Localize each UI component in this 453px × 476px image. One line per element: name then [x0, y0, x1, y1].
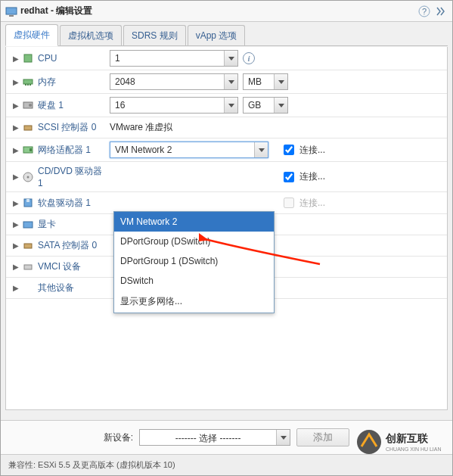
sata-label: SATA 控制器 0 — [38, 239, 110, 252]
svg-rect-5 — [23, 79, 33, 84]
expander[interactable]: ▶ — [11, 284, 21, 292]
memory-label: 内存 — [38, 76, 110, 89]
row-network: ▶ 网络适配器 1 VM Network 2 连接... — [6, 138, 447, 162]
chevron-down-icon[interactable] — [274, 74, 287, 89]
expander[interactable]: ▶ — [11, 173, 21, 181]
sata-icon — [21, 240, 35, 252]
expander[interactable]: ▶ — [11, 101, 21, 110]
dropdown-item[interactable]: VM Network 2 — [114, 212, 274, 232]
expander[interactable]: ▶ — [11, 241, 21, 250]
network-connect-checkbox[interactable]: 连接... — [281, 142, 325, 157]
svg-rect-7 — [27, 84, 29, 86]
expand-button[interactable] — [434, 5, 448, 18]
svg-text:?: ? — [422, 7, 427, 16]
svg-point-10 — [29, 104, 32, 107]
scsi-icon — [21, 122, 35, 134]
row-cddvd: ▶ CD/DVD 驱动器 1 连接... — [6, 162, 447, 192]
chevron-down-icon[interactable] — [224, 51, 237, 66]
video-label: 显卡 — [38, 218, 110, 231]
network-label: 网络适配器 1 — [38, 144, 110, 157]
svg-rect-19 — [24, 244, 32, 248]
chevron-down-icon[interactable] — [224, 74, 237, 89]
chevron-down-icon[interactable] — [274, 98, 287, 113]
add-button[interactable]: 添加 — [296, 428, 349, 446]
new-device-label: 新设备: — [104, 431, 133, 444]
svg-rect-18 — [23, 222, 33, 228]
tab-sdrs-rules[interactable]: SDRS 规则 — [123, 25, 186, 46]
tab-bar: 虚拟硬件 虚拟机选项 SDRS 规则 vApp 选项 — [1, 22, 452, 46]
new-device-select[interactable]: ------- 选择 ------- — [139, 429, 290, 446]
row-disk: ▶ 硬盘 1 16 GB — [6, 94, 447, 117]
memory-input[interactable]: 2048 — [110, 73, 238, 90]
disk-size-input[interactable]: 16 — [110, 97, 238, 114]
floppy-icon — [21, 197, 35, 209]
svg-rect-20 — [24, 265, 32, 269]
expander[interactable]: ▶ — [11, 220, 21, 229]
scsi-label: SCSI 控制器 0 — [38, 121, 110, 134]
edit-settings-dialog: redhat - 编辑设置 ? 虚拟硬件 虚拟机选项 SDRS 规则 vApp … — [0, 0, 453, 476]
row-scsi: ▶ SCSI 控制器 0 VMware 准虚拟 — [6, 117, 447, 138]
svg-rect-1 — [9, 15, 14, 17]
info-icon[interactable]: i — [243, 52, 255, 64]
other-label: 其他设备 — [38, 282, 110, 294]
cpu-label: CPU — [38, 53, 110, 64]
expander[interactable]: ▶ — [11, 78, 21, 86]
disk-icon — [21, 99, 35, 111]
vmci-icon — [21, 261, 35, 273]
svg-rect-11 — [24, 126, 32, 130]
network-dropdown[interactable]: VM Network 2 DPortGroup (DSwitch) DPortG… — [113, 211, 275, 313]
tab-vapp-options[interactable]: vApp 选项 — [188, 25, 246, 46]
svg-point-15 — [27, 176, 29, 178]
vmci-label: VMCI 设备 — [38, 260, 110, 273]
svg-rect-4 — [24, 54, 32, 62]
nic-icon — [21, 144, 35, 156]
memory-unit-select[interactable]: MB — [243, 73, 288, 90]
hardware-panel: ▶ CPU 1 i ▶ 内存 2048 — [5, 47, 448, 410]
help-button[interactable]: ? — [417, 5, 431, 18]
new-device-row: 新设备: ------- 选择 ------- 添加 — [1, 420, 452, 454]
expander[interactable]: ▶ — [11, 199, 21, 207]
cddvd-label: CD/DVD 驱动器 1 — [38, 165, 110, 188]
cpu-select[interactable]: 1 — [110, 50, 238, 67]
video-icon — [21, 219, 35, 231]
row-cpu: ▶ CPU 1 i — [6, 47, 447, 70]
expander[interactable]: ▶ — [11, 263, 21, 271]
svg-rect-13 — [29, 148, 32, 151]
expander[interactable]: ▶ — [11, 123, 21, 132]
dropdown-item[interactable]: 显示更多网络... — [114, 291, 274, 313]
cd-icon — [21, 171, 35, 183]
titlebar: redhat - 编辑设置 ? — [1, 1, 452, 22]
svg-rect-6 — [25, 84, 26, 86]
svg-rect-17 — [26, 199, 29, 202]
cd-connect-checkbox[interactable]: 连接... — [281, 170, 325, 185]
cpu-icon — [21, 52, 35, 64]
footer: 新设备: ------- 选择 ------- 添加 兼容性: ESXi 5.5… — [1, 420, 452, 475]
dropdown-item[interactable]: DPortGroup (DSwitch) — [114, 232, 274, 251]
chevron-down-icon[interactable] — [254, 142, 268, 157]
dropdown-item[interactable]: DPortGroup 1 (DSwitch) — [114, 251, 274, 271]
svg-rect-8 — [29, 84, 31, 86]
tab-virtual-hardware[interactable]: 虚拟硬件 — [5, 24, 58, 46]
floppy-connect-checkbox: 连接... — [281, 195, 325, 210]
compatibility-text: 兼容性: ESXi 5.5 及更高版本 (虚拟机版本 10) — [1, 454, 452, 475]
window-title: redhat - 编辑设置 — [20, 5, 92, 17]
memory-icon — [21, 76, 35, 88]
disk-label: 硬盘 1 — [38, 99, 110, 112]
tab-vm-options[interactable]: 虚拟机选项 — [60, 25, 122, 46]
disk-unit-select[interactable]: GB — [243, 97, 288, 114]
network-select[interactable]: VM Network 2 — [110, 142, 268, 158]
expander[interactable]: ▶ — [11, 54, 21, 63]
svg-rect-0 — [6, 8, 17, 14]
expander[interactable]: ▶ — [11, 146, 21, 154]
vm-icon — [5, 5, 17, 17]
chevron-down-icon[interactable] — [224, 98, 237, 113]
scsi-value: VMware 准虚拟 — [110, 121, 172, 134]
dropdown-item[interactable]: DSwitch — [114, 271, 274, 291]
chevron-down-icon[interactable] — [276, 430, 290, 445]
floppy-label: 软盘驱动器 1 — [38, 197, 110, 210]
row-memory: ▶ 内存 2048 MB — [6, 70, 447, 94]
